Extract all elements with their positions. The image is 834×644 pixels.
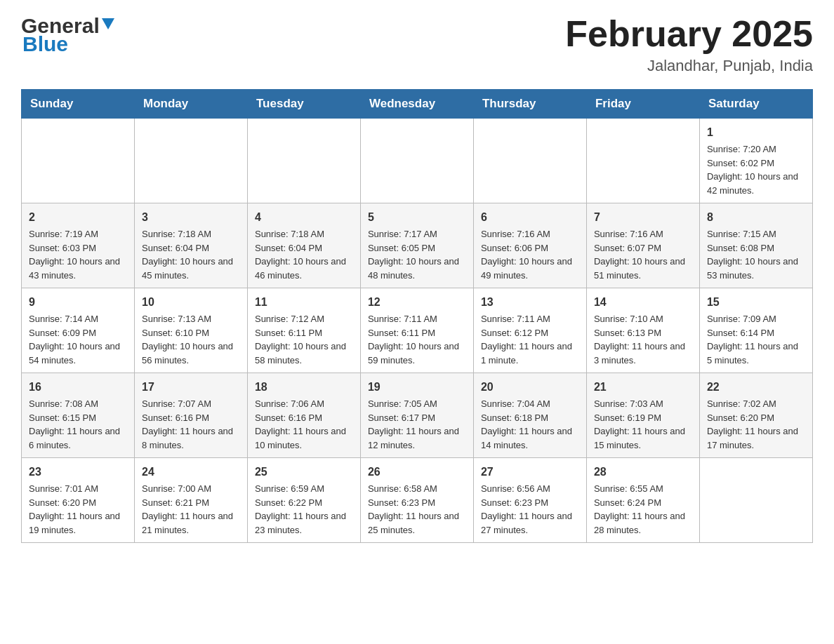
table-row: 8Sunrise: 7:15 AM Sunset: 6:08 PM Daylig…: [699, 203, 812, 288]
day-sun-info: Sunrise: 7:14 AM Sunset: 6:09 PM Dayligh…: [29, 312, 127, 367]
day-number: 10: [142, 294, 240, 311]
table-row: 5Sunrise: 7:17 AM Sunset: 6:05 PM Daylig…: [360, 203, 473, 288]
day-sun-info: Sunrise: 7:08 AM Sunset: 6:15 PM Dayligh…: [29, 397, 127, 452]
day-sun-info: Sunrise: 7:02 AM Sunset: 6:20 PM Dayligh…: [707, 397, 805, 452]
table-row: 17Sunrise: 7:07 AM Sunset: 6:16 PM Dayli…: [134, 373, 247, 458]
day-number: 13: [481, 294, 579, 311]
day-number: 20: [481, 379, 579, 396]
table-row: 10Sunrise: 7:13 AM Sunset: 6:10 PM Dayli…: [134, 288, 247, 373]
svg-marker-0: [102, 18, 114, 29]
table-row: 11Sunrise: 7:12 AM Sunset: 6:11 PM Dayli…: [247, 288, 360, 373]
day-sun-info: Sunrise: 7:05 AM Sunset: 6:17 PM Dayligh…: [368, 397, 466, 452]
day-sun-info: Sunrise: 7:04 AM Sunset: 6:18 PM Dayligh…: [481, 397, 579, 452]
day-number: 14: [594, 294, 692, 311]
calendar-week-3: 9Sunrise: 7:14 AM Sunset: 6:09 PM Daylig…: [22, 288, 813, 373]
day-sun-info: Sunrise: 7:11 AM Sunset: 6:11 PM Dayligh…: [368, 312, 466, 367]
location-subtitle: Jalandhar, Punjab, India: [565, 57, 813, 75]
table-row: 6Sunrise: 7:16 AM Sunset: 6:06 PM Daylig…: [473, 203, 586, 288]
day-number: 18: [255, 379, 353, 396]
day-sun-info: Sunrise: 7:18 AM Sunset: 6:04 PM Dayligh…: [255, 227, 353, 282]
header-thursday: Thursday: [473, 90, 586, 119]
day-sun-info: Sunrise: 7:17 AM Sunset: 6:05 PM Dayligh…: [368, 227, 466, 282]
day-sun-info: Sunrise: 7:16 AM Sunset: 6:06 PM Dayligh…: [481, 227, 579, 282]
title-block: February 2025 Jalandhar, Punjab, India: [565, 14, 813, 75]
table-row: 23Sunrise: 7:01 AM Sunset: 6:20 PM Dayli…: [22, 458, 135, 543]
day-sun-info: Sunrise: 7:19 AM Sunset: 6:03 PM Dayligh…: [29, 227, 127, 282]
table-row: 18Sunrise: 7:06 AM Sunset: 6:16 PM Dayli…: [247, 373, 360, 458]
day-number: 5: [368, 209, 466, 226]
day-number: 4: [255, 209, 353, 226]
day-number: 26: [368, 464, 466, 481]
table-row: [699, 458, 812, 543]
day-number: 17: [142, 379, 240, 396]
day-sun-info: Sunrise: 7:10 AM Sunset: 6:13 PM Dayligh…: [594, 312, 692, 367]
day-sun-info: Sunrise: 7:18 AM Sunset: 6:04 PM Dayligh…: [142, 227, 240, 282]
table-row: [22, 119, 135, 203]
day-sun-info: Sunrise: 7:00 AM Sunset: 6:21 PM Dayligh…: [142, 482, 240, 537]
day-sun-info: Sunrise: 7:13 AM Sunset: 6:10 PM Dayligh…: [142, 312, 240, 367]
day-number: 19: [368, 379, 466, 396]
header-saturday: Saturday: [699, 90, 812, 119]
table-row: 26Sunrise: 6:58 AM Sunset: 6:23 PM Dayli…: [360, 458, 473, 543]
day-sun-info: Sunrise: 7:15 AM Sunset: 6:08 PM Dayligh…: [707, 227, 805, 282]
day-sun-info: Sunrise: 7:03 AM Sunset: 6:19 PM Dayligh…: [594, 397, 692, 452]
day-number: 1: [707, 124, 805, 141]
logo: General Blue: [21, 14, 114, 56]
header-tuesday: Tuesday: [247, 90, 360, 119]
table-row: 15Sunrise: 7:09 AM Sunset: 6:14 PM Dayli…: [699, 288, 812, 373]
day-number: 9: [29, 294, 127, 311]
table-row: [360, 119, 473, 203]
day-sun-info: Sunrise: 7:12 AM Sunset: 6:11 PM Dayligh…: [255, 312, 353, 367]
day-number: 22: [707, 379, 805, 396]
day-sun-info: Sunrise: 7:01 AM Sunset: 6:20 PM Dayligh…: [29, 482, 127, 537]
table-row: 4Sunrise: 7:18 AM Sunset: 6:04 PM Daylig…: [247, 203, 360, 288]
table-row: 21Sunrise: 7:03 AM Sunset: 6:19 PM Dayli…: [586, 373, 699, 458]
day-number: 25: [255, 464, 353, 481]
day-number: 23: [29, 464, 127, 481]
table-row: 14Sunrise: 7:10 AM Sunset: 6:13 PM Dayli…: [586, 288, 699, 373]
day-sun-info: Sunrise: 7:09 AM Sunset: 6:14 PM Dayligh…: [707, 312, 805, 367]
day-number: 2: [29, 209, 127, 226]
logo-blue-text: Blue: [22, 32, 68, 56]
day-number: 16: [29, 379, 127, 396]
day-sun-info: Sunrise: 7:20 AM Sunset: 6:02 PM Dayligh…: [707, 142, 805, 197]
day-sun-info: Sunrise: 6:56 AM Sunset: 6:23 PM Dayligh…: [481, 482, 579, 537]
day-number: 7: [594, 209, 692, 226]
table-row: [586, 119, 699, 203]
table-row: 22Sunrise: 7:02 AM Sunset: 6:20 PM Dayli…: [699, 373, 812, 458]
calendar-week-2: 2Sunrise: 7:19 AM Sunset: 6:03 PM Daylig…: [22, 203, 813, 288]
header-sunday: Sunday: [22, 90, 135, 119]
day-number: 15: [707, 294, 805, 311]
day-sun-info: Sunrise: 7:11 AM Sunset: 6:12 PM Dayligh…: [481, 312, 579, 367]
table-row: [134, 119, 247, 203]
day-number: 11: [255, 294, 353, 311]
calendar-week-5: 23Sunrise: 7:01 AM Sunset: 6:20 PM Dayli…: [22, 458, 813, 543]
table-row: 13Sunrise: 7:11 AM Sunset: 6:12 PM Dayli…: [473, 288, 586, 373]
day-number: 27: [481, 464, 579, 481]
table-row: 1Sunrise: 7:20 AM Sunset: 6:02 PM Daylig…: [699, 119, 812, 203]
day-sun-info: Sunrise: 7:06 AM Sunset: 6:16 PM Dayligh…: [255, 397, 353, 452]
table-row: 3Sunrise: 7:18 AM Sunset: 6:04 PM Daylig…: [134, 203, 247, 288]
table-row: [473, 119, 586, 203]
table-row: 12Sunrise: 7:11 AM Sunset: 6:11 PM Dayli…: [360, 288, 473, 373]
table-row: 25Sunrise: 6:59 AM Sunset: 6:22 PM Dayli…: [247, 458, 360, 543]
calendar-week-4: 16Sunrise: 7:08 AM Sunset: 6:15 PM Dayli…: [22, 373, 813, 458]
month-title: February 2025: [565, 14, 813, 54]
day-number: 3: [142, 209, 240, 226]
day-sun-info: Sunrise: 6:55 AM Sunset: 6:24 PM Dayligh…: [594, 482, 692, 537]
day-number: 21: [594, 379, 692, 396]
day-sun-info: Sunrise: 7:07 AM Sunset: 6:16 PM Dayligh…: [142, 397, 240, 452]
table-row: 7Sunrise: 7:16 AM Sunset: 6:07 PM Daylig…: [586, 203, 699, 288]
day-number: 8: [707, 209, 805, 226]
table-row: 27Sunrise: 6:56 AM Sunset: 6:23 PM Dayli…: [473, 458, 586, 543]
page-header: General Blue February 2025 Jalandhar, Pu…: [21, 14, 813, 75]
header-monday: Monday: [134, 90, 247, 119]
table-row: 16Sunrise: 7:08 AM Sunset: 6:15 PM Dayli…: [22, 373, 135, 458]
header-friday: Friday: [586, 90, 699, 119]
calendar-table: Sunday Monday Tuesday Wednesday Thursday…: [21, 89, 813, 543]
day-number: 12: [368, 294, 466, 311]
day-number: 24: [142, 464, 240, 481]
calendar-header-row: Sunday Monday Tuesday Wednesday Thursday…: [22, 90, 813, 119]
logo-arrow-icon: [102, 18, 114, 32]
day-number: 6: [481, 209, 579, 226]
